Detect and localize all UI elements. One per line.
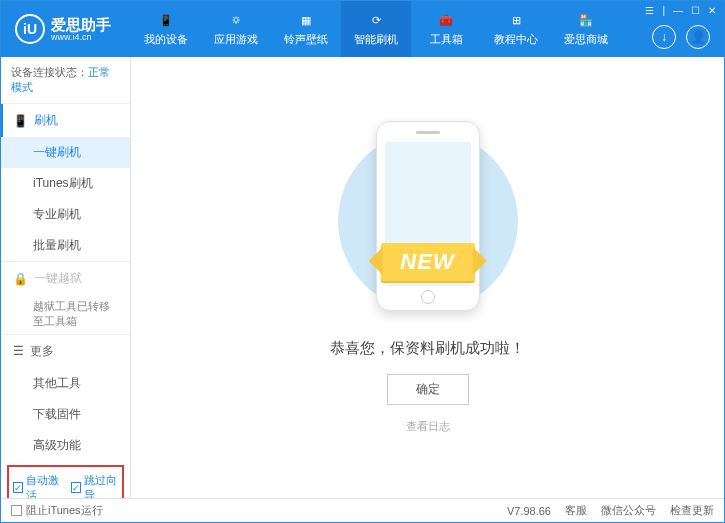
sidebar-item-download-fw[interactable]: 下载固件 xyxy=(1,399,130,430)
jailbreak-note: 越狱工具已转移至工具箱 xyxy=(1,295,130,334)
checkbox-skip-guide[interactable]: ✓跳过向导 xyxy=(71,473,119,498)
nav-label: 工具箱 xyxy=(430,32,463,47)
nav-label: 教程中心 xyxy=(494,32,538,47)
nav-label: 铃声壁纸 xyxy=(284,32,328,47)
view-log-link[interactable]: 查看日志 xyxy=(406,419,450,434)
nav-ringtones[interactable]: ▦铃声壁纸 xyxy=(271,1,341,57)
new-banner: NEW xyxy=(380,243,474,281)
logo-text: 爱思助手 xyxy=(51,17,111,32)
sidebar-head-label: 刷机 xyxy=(34,112,58,129)
sidebar-item-pro-flash[interactable]: 专业刷机 xyxy=(1,199,130,230)
logo: iU 爱思助手 www.i4.cn xyxy=(1,14,131,44)
header-right: ↓ 👤 xyxy=(652,25,710,49)
tutorial-icon: ⊞ xyxy=(506,11,526,29)
apps-icon: ⛭ xyxy=(226,11,246,29)
check-update-link[interactable]: 检查更新 xyxy=(670,503,714,518)
close-button[interactable]: ✕ xyxy=(708,5,716,16)
lock-icon: 🔒 xyxy=(13,272,28,286)
sidebar-item-advanced[interactable]: 高级功能 xyxy=(1,430,130,461)
sidebar-item-other-tools[interactable]: 其他工具 xyxy=(1,368,130,399)
nav-label: 爱思商城 xyxy=(564,32,608,47)
version-label: V7.98.66 xyxy=(507,505,551,517)
vbar-icon[interactable]: | xyxy=(662,5,665,16)
phone-icon: 📱 xyxy=(13,114,28,128)
top-nav: 📱我的设备 ⛭应用游戏 ▦铃声壁纸 ⟳智能刷机 🧰工具箱 ⊞教程中心 🏪爱思商城 xyxy=(131,1,621,57)
flash-icon: ⟳ xyxy=(366,11,386,29)
nav-label: 应用游戏 xyxy=(214,32,258,47)
minimize-button[interactable]: — xyxy=(673,5,683,16)
nav-apps[interactable]: ⛭应用游戏 xyxy=(201,1,271,57)
ok-button[interactable]: 确定 xyxy=(387,374,469,405)
main-content: NEW 恭喜您，保资料刷机成功啦！ 确定 查看日志 xyxy=(131,57,724,498)
success-message: 恭喜您，保资料刷机成功啦！ xyxy=(330,339,525,358)
user-button[interactable]: 👤 xyxy=(686,25,710,49)
options-checkboxes: ✓自动激活 ✓跳过向导 xyxy=(7,465,124,498)
footer: 阻止iTunes运行 V7.98.66 客服 微信公众号 检查更新 xyxy=(1,498,724,522)
success-illustration: NEW xyxy=(353,121,503,321)
toolbox-icon: 🧰 xyxy=(436,11,456,29)
store-icon: 🏪 xyxy=(576,11,596,29)
maximize-button[interactable]: ☐ xyxy=(691,5,700,16)
wechat-link[interactable]: 微信公众号 xyxy=(601,503,656,518)
sidebar-head-flash[interactable]: 📱 刷机 xyxy=(1,104,130,137)
sidebar: 设备连接状态：正常模式 📱 刷机 一键刷机 iTunes刷机 专业刷机 批量刷机… xyxy=(1,57,131,498)
device-status: 设备连接状态：正常模式 xyxy=(1,57,130,103)
checkbox-label: 自动激活 xyxy=(26,473,61,498)
wallpaper-icon: ▦ xyxy=(296,11,316,29)
check-icon: ✓ xyxy=(71,482,81,493)
checkbox-auto-activate[interactable]: ✓自动激活 xyxy=(13,473,61,498)
sidebar-item-batch-flash[interactable]: 批量刷机 xyxy=(1,230,130,261)
sidebar-head-jailbreak: 🔒 一键越狱 xyxy=(1,262,130,295)
sidebar-item-itunes-flash[interactable]: iTunes刷机 xyxy=(1,168,130,199)
status-label: 设备连接状态： xyxy=(11,66,88,78)
logo-icon: iU xyxy=(15,14,45,44)
nav-toolbox[interactable]: 🧰工具箱 xyxy=(411,1,481,57)
nav-flash[interactable]: ⟳智能刷机 xyxy=(341,1,411,57)
checkbox-block-itunes[interactable] xyxy=(11,505,22,516)
nav-label: 智能刷机 xyxy=(354,32,398,47)
sidebar-head-label: 更多 xyxy=(30,343,54,360)
sidebar-item-oneclick-flash[interactable]: 一键刷机 xyxy=(1,137,130,168)
menu-icon: ☰ xyxy=(13,344,24,358)
app-header: iU 爱思助手 www.i4.cn 📱我的设备 ⛭应用游戏 ▦铃声壁纸 ⟳智能刷… xyxy=(1,1,724,57)
nav-my-device[interactable]: 📱我的设备 xyxy=(131,1,201,57)
checkbox-label: 跳过向导 xyxy=(84,473,119,498)
phone-icon: 📱 xyxy=(156,11,176,29)
download-button[interactable]: ↓ xyxy=(652,25,676,49)
nav-tutorial[interactable]: ⊞教程中心 xyxy=(481,1,551,57)
check-icon: ✓ xyxy=(13,482,23,493)
sidebar-head-label: 一键越狱 xyxy=(34,270,82,287)
logo-subtext: www.i4.cn xyxy=(51,32,111,42)
nav-label: 我的设备 xyxy=(144,32,188,47)
support-link[interactable]: 客服 xyxy=(565,503,587,518)
footer-label: 阻止iTunes运行 xyxy=(26,503,103,518)
menu-icon[interactable]: ☰ xyxy=(645,5,654,16)
window-controls: ☰ | — ☐ ✕ xyxy=(645,5,716,16)
sidebar-head-more[interactable]: ☰ 更多 xyxy=(1,335,130,368)
nav-store[interactable]: 🏪爱思商城 xyxy=(551,1,621,57)
